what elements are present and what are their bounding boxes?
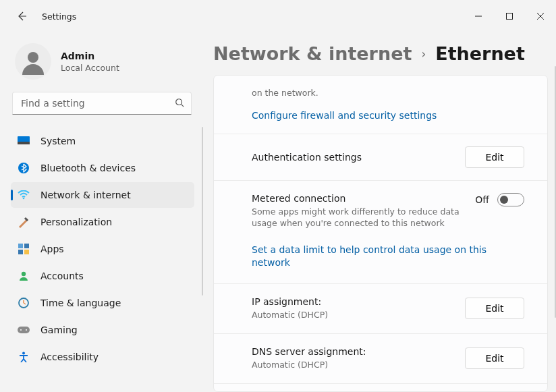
bluetooth-icon bbox=[18, 162, 30, 174]
svg-rect-0 bbox=[507, 13, 513, 20]
gamepad-icon bbox=[18, 324, 30, 336]
cutoff-text: on the network. bbox=[252, 88, 524, 98]
dns-edit-button[interactable]: Edit bbox=[465, 347, 524, 369]
close-icon bbox=[537, 13, 544, 20]
metered-sub: Some apps might work differently to redu… bbox=[252, 206, 464, 229]
data-limit-link[interactable]: Set a data limit to help control data us… bbox=[252, 244, 486, 268]
dns-value: Automatic (DHCP) bbox=[252, 360, 454, 371]
svg-point-2 bbox=[176, 99, 182, 105]
metered-state-label: Off bbox=[475, 194, 489, 205]
svg-point-16 bbox=[22, 352, 25, 355]
sidebar-item-accessibility[interactable]: Accessibility bbox=[11, 344, 194, 370]
profile-sub: Local Account bbox=[61, 63, 119, 73]
maximize-icon bbox=[506, 13, 513, 20]
sidebar-item-label: System bbox=[40, 136, 76, 146]
chevron-right-icon: › bbox=[421, 47, 426, 61]
svg-rect-8 bbox=[24, 244, 29, 248]
svg-point-1 bbox=[28, 52, 38, 63]
search-icon bbox=[175, 98, 184, 109]
ip-value: Automatic (DHCP) bbox=[252, 310, 454, 321]
sidebar-item-network[interactable]: Network & internet bbox=[11, 182, 194, 208]
ip-title: IP assignment: bbox=[252, 296, 454, 307]
svg-rect-13 bbox=[18, 327, 30, 333]
sidebar-nav: System Bluetooth & devices Network & int… bbox=[0, 124, 200, 370]
svg-rect-7 bbox=[18, 244, 23, 248]
sidebar-item-time[interactable]: Time & language bbox=[11, 290, 194, 316]
sidebar-item-label: Apps bbox=[40, 244, 64, 254]
sidebar-item-system[interactable]: System bbox=[11, 128, 194, 154]
minimize-icon bbox=[475, 13, 482, 20]
sidebar-item-personalization[interactable]: Personalization bbox=[11, 209, 194, 235]
person-icon bbox=[18, 270, 30, 282]
svg-point-15 bbox=[26, 329, 27, 331]
accessibility-icon bbox=[18, 351, 30, 363]
auth-title: Authentication settings bbox=[252, 152, 454, 163]
svg-point-14 bbox=[20, 329, 22, 331]
sidebar-item-label: Network & internet bbox=[40, 190, 131, 200]
profile-block[interactable]: Admin Local Account bbox=[0, 39, 204, 92]
globe-clock-icon bbox=[18, 297, 30, 309]
sidebar-item-label: Accounts bbox=[40, 271, 84, 281]
apps-icon bbox=[18, 243, 30, 255]
sidebar-item-label: Gaming bbox=[40, 325, 78, 335]
avatar bbox=[15, 43, 51, 80]
sidebar-item-bluetooth[interactable]: Bluetooth & devices bbox=[11, 155, 194, 181]
sidebar-item-label: Bluetooth & devices bbox=[40, 163, 136, 173]
metered-title: Metered connection bbox=[252, 193, 464, 204]
app-title: Settings bbox=[42, 11, 76, 22]
window-minimize-button[interactable] bbox=[463, 5, 494, 27]
search-input[interactable] bbox=[20, 97, 175, 109]
svg-point-11 bbox=[22, 272, 26, 276]
svg-rect-10 bbox=[24, 250, 29, 254]
svg-rect-9 bbox=[18, 250, 23, 254]
back-arrow-icon bbox=[16, 11, 27, 22]
ip-edit-button[interactable]: Edit bbox=[465, 298, 524, 319]
search-box[interactable] bbox=[12, 92, 192, 115]
breadcrumb: Network & internet › Ethernet bbox=[213, 43, 548, 64]
paintbrush-icon bbox=[18, 216, 30, 228]
system-icon bbox=[18, 135, 30, 147]
sidebar-item-apps[interactable]: Apps bbox=[11, 236, 194, 262]
sidebar-item-accounts[interactable]: Accounts bbox=[11, 263, 194, 289]
wifi-icon bbox=[18, 189, 30, 201]
back-button[interactable] bbox=[13, 8, 30, 24]
sidebar-item-label: Personalization bbox=[40, 217, 112, 227]
sidebar-item-gaming[interactable]: Gaming bbox=[11, 317, 194, 343]
window-maximize-button[interactable] bbox=[494, 5, 525, 27]
auth-edit-button[interactable]: Edit bbox=[465, 146, 524, 168]
metered-toggle[interactable] bbox=[497, 193, 524, 206]
profile-name: Admin bbox=[61, 51, 119, 61]
dns-title: DNS server assignment: bbox=[252, 346, 454, 357]
svg-point-6 bbox=[23, 198, 25, 200]
window-close-button[interactable] bbox=[525, 5, 556, 27]
settings-panel: on the network. Configure firewall and s… bbox=[213, 75, 548, 392]
sidebar-item-label: Accessibility bbox=[40, 352, 99, 362]
breadcrumb-current: Ethernet bbox=[435, 43, 525, 64]
sidebar-item-label: Time & language bbox=[40, 298, 121, 308]
sidebar-scrollbar[interactable] bbox=[202, 127, 203, 296]
breadcrumb-parent[interactable]: Network & internet bbox=[213, 43, 412, 64]
firewall-link[interactable]: Configure firewall and security settings bbox=[252, 110, 437, 121]
svg-rect-4 bbox=[18, 142, 30, 144]
